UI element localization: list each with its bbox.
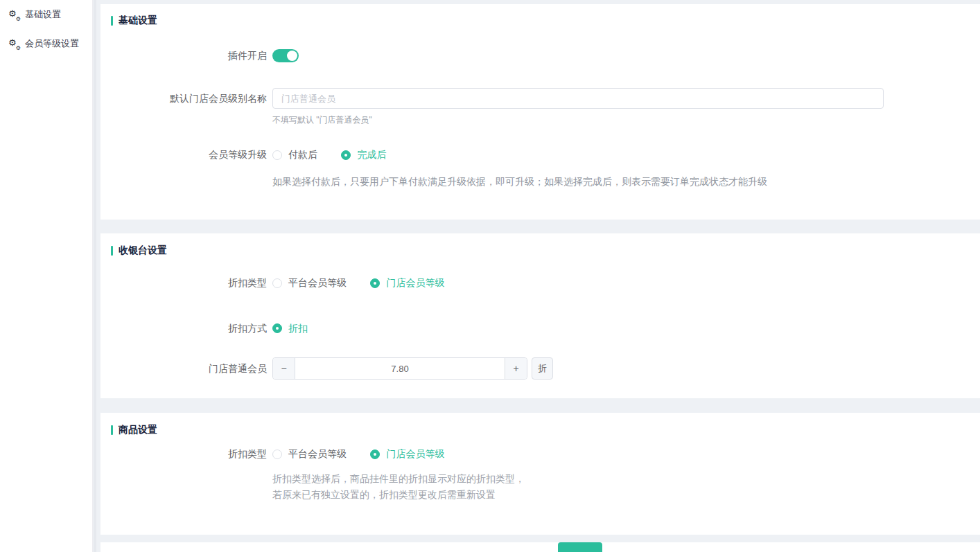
section-title-text: 收银台设置 (119, 244, 167, 257)
cogs-icon: ⚙ ⚙ (8, 38, 20, 49)
title-accent-bar (111, 16, 113, 26)
section-title-product: 商品设置 (100, 413, 980, 436)
sidebar: ⚙ ⚙ 基础设置 ⚙ ⚙ 会员等级设置 (0, 0, 93, 552)
radio-store-member-level[interactable]: 门店会员等级 (370, 276, 444, 290)
radio-after-completion[interactable]: 完成后 (341, 148, 386, 161)
title-accent-bar (111, 425, 113, 435)
radio-label: 平台会员等级 (288, 447, 347, 461)
default-level-name-help: 不填写默认 "门店普通会员" (272, 114, 884, 126)
discount-value-input[interactable] (295, 358, 505, 379)
cashier-discount-type-row: 折扣类型 平台会员等级 门店会员等级 (100, 276, 980, 291)
default-level-name-row: 默认门店会员级别名称 不填写默认 "门店普通会员" (100, 88, 980, 126)
plugin-enable-toggle[interactable] (272, 49, 299, 62)
plugin-enable-label: 插件开启 (100, 49, 267, 62)
discount-type-label: 折扣类型 (100, 447, 267, 461)
member-upgrade-label: 会员等级升级 (100, 148, 267, 161)
radio-label: 平台会员等级 (288, 276, 347, 290)
radio-after-payment[interactable]: 付款后 (272, 148, 317, 161)
member-upgrade-row: 会员等级升级 付款后 完成后 (100, 148, 980, 163)
radio-platform-member-level[interactable]: 平台会员等级 (272, 447, 347, 461)
discount-mode-row: 折扣方式 折扣 (100, 322, 980, 337)
help-line: 若原来已有独立设置的，折扣类型更改后需重新设置 (272, 487, 525, 503)
store-member-discount-label: 门店普通会员 (100, 357, 267, 380)
member-upgrade-help-row: 如果选择付款后，只要用户下单付款满足升级依据，即可升级；如果选择完成后，则表示需… (100, 175, 980, 188)
gear-icon: ⚙ (16, 46, 21, 51)
default-level-name-input[interactable] (272, 88, 884, 109)
sidebar-item-label: 会员等级设置 (25, 37, 79, 50)
gear-icon: ⚙ (16, 17, 21, 22)
section-title-text: 商品设置 (119, 424, 157, 436)
increase-button[interactable]: + (505, 358, 527, 379)
cogs-icon: ⚙ ⚙ (8, 9, 20, 20)
product-discount-type-row: 折扣类型 平台会员等级 门店会员等级 (100, 447, 980, 462)
product-settings-card: 商品设置 折扣类型 平台会员等级 门店会员等级 折扣类型选择后，商品挂件里的折扣… (100, 413, 980, 535)
plugin-enable-row: 插件开启 (100, 49, 980, 65)
main-content: 基础设置 插件开启 默认门店会员级别名称 不填写默认 "门店普通会员" 会员等级… (100, 0, 980, 552)
basic-settings-card: 基础设置 插件开启 默认门店会员级别名称 不填写默认 "门店普通会员" 会员等级… (100, 4, 980, 220)
help-line: 折扣类型选择后，商品挂件里的折扣显示对应的折扣类型， (272, 471, 525, 487)
sidebar-item-basic-settings[interactable]: ⚙ ⚙ 基础设置 (0, 0, 92, 29)
section-title-basic: 基础设置 (100, 4, 980, 27)
radio-circle-icon (272, 150, 282, 160)
discount-mode-label: 折扣方式 (100, 322, 267, 335)
sidebar-item-member-level-settings[interactable]: ⚙ ⚙ 会员等级设置 (0, 29, 92, 58)
radio-circle-icon (272, 449, 282, 459)
radio-circle-icon (341, 150, 351, 160)
discount-number-stepper: − + (272, 357, 527, 380)
decrease-button[interactable]: − (273, 358, 295, 379)
product-discount-help: 折扣类型选择后，商品挂件里的折扣显示对应的折扣类型， 若原来已有独立设置的，折扣… (272, 471, 525, 503)
member-upgrade-help: 如果选择付款后，只要用户下单付款满足升级依据，即可升级；如果选择完成后，则表示需… (272, 175, 767, 188)
section-title-text: 基础设置 (119, 15, 157, 27)
toggle-knob (287, 51, 297, 61)
radio-store-member-level[interactable]: 门店会员等级 (370, 447, 444, 461)
radio-label: 完成后 (357, 148, 386, 161)
title-accent-bar (111, 246, 113, 256)
radio-label: 门店会员等级 (386, 276, 444, 290)
section-title-cashier: 收银台设置 (100, 233, 980, 257)
radio-circle-icon (272, 323, 282, 333)
radio-label: 门店会员等级 (386, 447, 444, 461)
sidebar-item-label: 基础设置 (25, 8, 61, 21)
radio-circle-icon (272, 278, 282, 288)
discount-unit-box: 折 (532, 357, 553, 380)
radio-label: 折扣 (288, 322, 308, 335)
save-button[interactable] (558, 542, 602, 552)
scrollbar-track[interactable] (94, 0, 96, 552)
discount-type-label: 折扣类型 (100, 276, 267, 290)
radio-label: 付款后 (288, 148, 317, 161)
footer-bar (100, 542, 980, 552)
default-level-name-label: 默认门店会员级别名称 (100, 88, 267, 109)
radio-circle-icon (370, 449, 380, 459)
store-member-discount-row: 门店普通会员 − + 折 (100, 357, 980, 380)
radio-circle-icon (370, 278, 380, 288)
radio-platform-member-level[interactable]: 平台会员等级 (272, 276, 347, 290)
product-discount-help-row: 折扣类型选择后，商品挂件里的折扣显示对应的折扣类型， 若原来已有独立设置的，折扣… (100, 471, 980, 503)
cashier-settings-card: 收银台设置 折扣类型 平台会员等级 门店会员等级 折扣方式 折扣 (100, 233, 980, 398)
radio-discount[interactable]: 折扣 (272, 322, 308, 335)
